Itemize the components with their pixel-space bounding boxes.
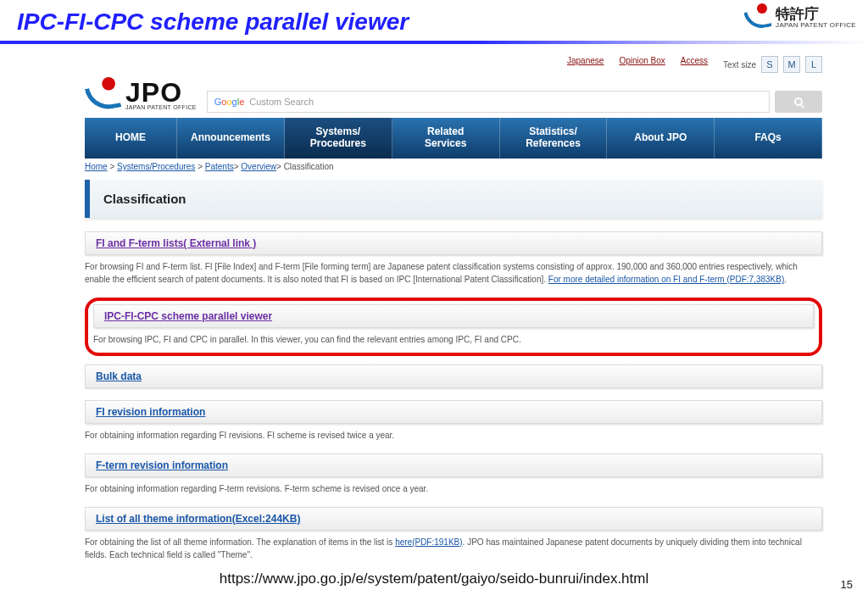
link-theme-pdf[interactable]: here(PDF:191KB) (395, 537, 462, 547)
crumb-patents[interactable]: Patents (205, 162, 234, 171)
jpo-site-logo[interactable]: JPO JAPAN PATENT OFFICE (85, 78, 197, 118)
link-access[interactable]: Access (681, 56, 708, 73)
section-fterm-revision: F-term revision information (85, 454, 822, 477)
crumb-systems[interactable]: Systems/Procedures (117, 162, 195, 171)
jpo-wordmark: JPO (125, 80, 197, 105)
desc-parallel-viewer: For browsing IPC, FI and CPC in parallel… (93, 333, 814, 346)
page-title-text: Classification (103, 192, 186, 206)
search-placeholder: Custom Search (249, 97, 314, 107)
section-fi-fterm-lists: FI and F-term lists( External link ) (85, 231, 822, 255)
search-input[interactable]: Google Custom Search (207, 91, 770, 113)
site-screenshot: Japanese Opinion Box Access Text size S … (85, 53, 822, 561)
jpo-logo-icon (85, 79, 118, 112)
nav-statistics-references[interactable]: Statistics/ References (500, 118, 608, 159)
page-number: 15 (841, 578, 853, 591)
link-fi-fterm-lists[interactable]: FI and F-term lists( External link ) (96, 237, 256, 249)
desc-fterm-revision: For obtaining information regarding F-te… (85, 482, 822, 495)
org-name-en: JAPAN PATENT OFFICE (776, 22, 856, 29)
org-name-kanji: 特許庁 (776, 7, 856, 22)
main-nav: HOME Announcements Systems/ Procedures R… (85, 118, 822, 159)
site-utility-bar: Japanese Opinion Box Access Text size S … (85, 53, 822, 78)
text-size-control: Text size S M L (723, 56, 822, 73)
desc-fi-revision: For obtaining information regarding FI r… (85, 429, 822, 442)
text-size-m[interactable]: M (783, 56, 800, 73)
link-japanese[interactable]: Japanese (567, 56, 604, 73)
link-opinion-box[interactable]: Opinion Box (619, 56, 665, 73)
nav-faqs[interactable]: FAQs (715, 118, 822, 159)
slide-title-area: IPC-FI-CPC scheme parallel viewer (0, 0, 868, 36)
slide-title: IPC-FI-CPC scheme parallel viewer (17, 8, 868, 36)
nav-related-services[interactable]: Related Services (392, 118, 500, 159)
link-parallel-viewer[interactable]: IPC-FI-CPC scheme parallel viewer (104, 310, 272, 322)
page-title: Classification (85, 180, 822, 218)
nav-announcements[interactable]: Announcements (177, 118, 285, 159)
jpo-wordmark-sub: JAPAN PATENT OFFICE (125, 105, 197, 111)
section-bulk-data: Bulk data (85, 364, 822, 388)
site-header: JPO JAPAN PATENT OFFICE Google Custom Se… (85, 78, 822, 118)
link-theme-list[interactable]: List of all theme information(Excel:244K… (96, 513, 300, 525)
link-fterm-revision[interactable]: F-term revision information (96, 459, 228, 471)
desc-theme-list: For obtaining the list of all theme info… (85, 536, 822, 561)
text-size-l[interactable]: L (805, 56, 822, 73)
search-area: Google Custom Search (207, 91, 822, 118)
link-fi-fterm-pdf[interactable]: For more detailed information on FI and … (548, 275, 784, 284)
section-fi-revision: FI revision information (85, 400, 822, 424)
nav-systems-procedures[interactable]: Systems/ Procedures (285, 118, 392, 159)
section-theme-list: List of all theme information(Excel:244K… (85, 507, 822, 531)
jpo-logo-icon (743, 5, 769, 31)
crumb-home[interactable]: Home (85, 162, 108, 171)
search-button[interactable] (775, 91, 822, 113)
nav-home[interactable]: HOME (85, 118, 177, 159)
link-fi-revision[interactable]: FI revision information (96, 406, 205, 418)
crumb-current: Classification (284, 162, 334, 171)
title-underline (0, 41, 868, 44)
search-icon (794, 97, 803, 106)
highlight-box: IPC-FI-CPC scheme parallel viewer For br… (85, 298, 822, 356)
breadcrumb: Home > Systems/Procedures > Patents> Ove… (85, 159, 822, 180)
section-parallel-viewer: IPC-FI-CPC scheme parallel viewer (93, 304, 814, 328)
text-size-s[interactable]: S (761, 56, 778, 73)
footer-url: https://www.jpo.go.jp/e/system/patent/ga… (0, 570, 868, 587)
nav-about-jpo[interactable]: About JPO (607, 118, 715, 159)
desc-fi-fterm: For browsing FI and F-term list. FI [Fil… (85, 260, 822, 286)
jpo-org-logo: 特許庁 JAPAN PATENT OFFICE (743, 5, 856, 31)
text-size-label: Text size (723, 60, 756, 70)
crumb-overview[interactable]: Overview (241, 162, 276, 171)
link-bulk-data[interactable]: Bulk data (96, 370, 142, 382)
